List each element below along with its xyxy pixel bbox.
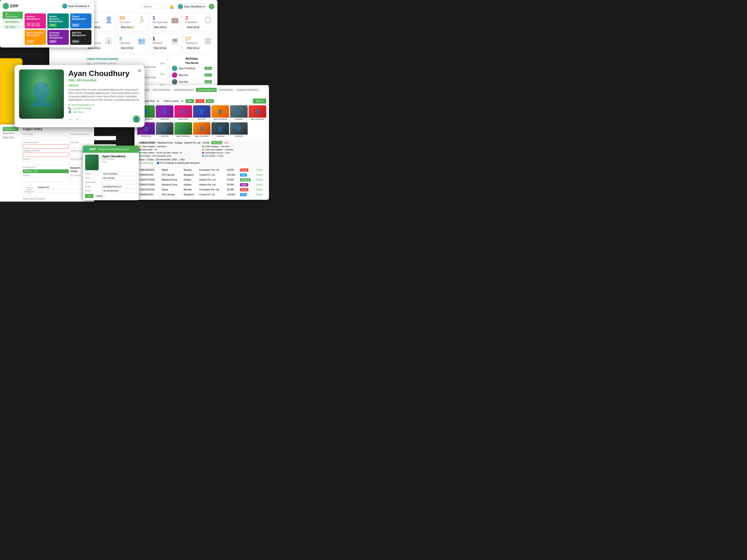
location-filter[interactable]: Outlet Location [161, 99, 184, 104]
bday-wish-3[interactable]: Wish [205, 80, 212, 83]
onboard-more-btn[interactable]: More Info [152, 46, 168, 50]
filter-apply-btn[interactable]: Filter [186, 99, 194, 103]
companies-more-btn[interactable]: More Info [186, 46, 201, 50]
hr-small-dept-input[interactable] [102, 181, 137, 184]
hr-small-save-btn[interactable]: Save [85, 194, 94, 198]
hr-search-input[interactable] [141, 4, 168, 9]
ann-view-2[interactable]: View [160, 73, 165, 76]
int-dot [131, 47, 133, 49]
stock-module-card[interactable]: Stock Inventory Management Enter [25, 30, 46, 45]
project-enter-btn[interactable]: Enter [72, 24, 80, 27]
addons-module-card[interactable]: Add-Ons Management Enter [70, 30, 92, 45]
profile-forward-btn[interactable]: → [75, 117, 79, 122]
tab-role-privilege[interactable]: Role And Privilege [152, 88, 172, 92]
crm-enter-btn[interactable]: Enter [49, 40, 57, 43]
emp-card-7[interactable]: 👤 Ayan Choudhury [249, 105, 266, 121]
filter-clear-btn[interactable]: Clear [196, 99, 204, 103]
emp-card-2[interactable]: 👤 Cristall Parri [156, 105, 174, 121]
sidebar-capex[interactable]: Capex Entr... [3, 135, 19, 139]
profile-person-silhouette: 👤 [28, 81, 56, 107]
modules-nav-btn[interactable]: My Modules [3, 20, 23, 24]
notification-icon[interactable]: 🔔 [170, 4, 174, 9]
emp-card-12[interactable]: 👤 Lawrence [211, 122, 229, 137]
row-location: Sigree [160, 187, 182, 192]
row-details-link[interactable]: Details [256, 179, 263, 181]
hr-small-email-input[interactable] [102, 185, 137, 188]
finance-module-card[interactable]: Finance Management [25, 14, 46, 28]
row-details-link[interactable]: Details [256, 193, 263, 196]
voucher-input[interactable] [23, 144, 69, 149]
tab-asset[interactable]: Asset Management [196, 88, 217, 92]
crm-module-card[interactable]: Customer Resource Management Enter [47, 30, 69, 45]
purchase-text: Purchase - 12th November, 2018 [141, 155, 171, 157]
stock-enter-btn[interactable]: Enter [26, 40, 34, 43]
asset-management-panel: Dashboard Role And Privilege Vehicle Man… [134, 85, 269, 200]
purchase-date-input[interactable] [70, 136, 116, 140]
tab-exit[interactable]: Exit Procedure [217, 88, 234, 92]
emp-card-11[interactable]: 👤 Ayan Choudhury [193, 122, 211, 137]
emp-card-14[interactable] [249, 122, 266, 137]
outlet-address-text: Outlet Address - South City Mall, Kolkat… [141, 152, 182, 154]
row-details-link[interactable]: Details [256, 188, 263, 191]
emp-card-6[interactable]: 👤 Lawrence [230, 105, 248, 121]
onboard-label: Onboard [152, 42, 162, 44]
onleave-dot [131, 26, 133, 28]
openings-count: 1 [152, 15, 168, 21]
hr-small-name-input[interactable] [102, 172, 137, 176]
project-module-card[interactable]: Project Management Enter [70, 14, 92, 28]
export-btn[interactable]: Export [253, 99, 266, 104]
requisition-more-btn[interactable]: More Info [186, 25, 201, 29]
emp-photo-4: 👤 [193, 105, 211, 117]
add-btn[interactable]: + [209, 4, 214, 9]
emp-card-5[interactable]: 👤 Ayan Choudhury [211, 105, 229, 121]
business-unit-input[interactable] [23, 169, 69, 173]
tab-confirmation[interactable]: Employee Confirmation [235, 88, 260, 92]
emp-card-10[interactable]: 👤 Ayan Choudhury [174, 122, 192, 137]
amount-input[interactable] [23, 177, 69, 182]
hr-enter-btn[interactable]: Enter [49, 24, 57, 27]
hr-small-phone-input[interactable] [102, 189, 137, 193]
tab-vehicle[interactable]: Vehicle Management [173, 88, 195, 92]
hr-module-card[interactable]: Human Resource Management Enter [47, 14, 69, 28]
hr-small-role-input[interactable] [102, 176, 137, 180]
hr-small-field-5: Phone [85, 189, 137, 193]
asset-id-input[interactable] [23, 161, 69, 165]
row-ref: COM/LENO/001 [137, 167, 160, 172]
birthday-2: Elisa Doe Wish [172, 72, 212, 78]
po-number-input[interactable] [23, 136, 69, 140]
category-input[interactable] [23, 153, 69, 157]
bday-wish-2[interactable]: Wish [205, 74, 212, 77]
emp-card-4[interactable]: 👤 John Doe [193, 105, 211, 121]
sidebar-financial[interactable]: Financial Ma... [3, 127, 19, 131]
invoice-drop-zone[interactable]: 📄 Drag and Drop or Browse your files [23, 183, 36, 196]
row-details-link[interactable]: Details [256, 174, 263, 176]
attachment-link[interactable]: Invoice.jpg [142, 162, 153, 164]
emp-card-9[interactable]: 👤 John Doe [156, 122, 174, 137]
tasks-nav-btn[interactable]: My Tasks [3, 25, 23, 29]
emp-name-5: Ayan Choudhury [211, 117, 229, 121]
amount-label: Amount [23, 174, 69, 177]
emp-card-13[interactable]: 👤 Lawrence [230, 122, 248, 137]
addons-enter-btn[interactable]: Enter [72, 40, 80, 43]
openings-more-btn[interactable]: More Info [152, 25, 168, 29]
profile-back-btn[interactable]: ← [68, 117, 72, 122]
emp-card-3[interactable]: 👤 Sharon Dale [174, 105, 192, 121]
row-details-link[interactable]: Details [256, 169, 263, 171]
interviews-more-btn[interactable]: More Info [120, 46, 135, 50]
hide-btn[interactable]: Hide [224, 141, 229, 144]
ann-view-1[interactable]: View [160, 62, 165, 65]
hr-small-cancel-btn[interactable]: Cancel [94, 194, 105, 198]
row-details-link[interactable]: Details [256, 183, 263, 186]
profile-close-btn[interactable]: ✕ [137, 68, 141, 74]
sidebar-stock[interactable]: Stock Entry [3, 131, 19, 135]
bday-wish-1[interactable]: Wish [205, 67, 212, 70]
companies-icon: 🏢 [204, 37, 212, 44]
asset-attachment-row: 📎 Invoice.jpg 🔵 The Computer is working … [139, 162, 264, 164]
dashboard-nav-btn[interactable]: My Dashboard [3, 12, 23, 19]
asset-id-field: Asset Id [23, 158, 69, 165]
new-btn[interactable]: New [206, 99, 214, 103]
net-amount-info: Net Amount - 47,500 [202, 155, 264, 157]
hr-small-field-3: Department [85, 181, 137, 184]
onleave-more-btn[interactable]: More Info [120, 25, 135, 29]
hr-user-name: Ayan Choudhury [184, 5, 202, 8]
